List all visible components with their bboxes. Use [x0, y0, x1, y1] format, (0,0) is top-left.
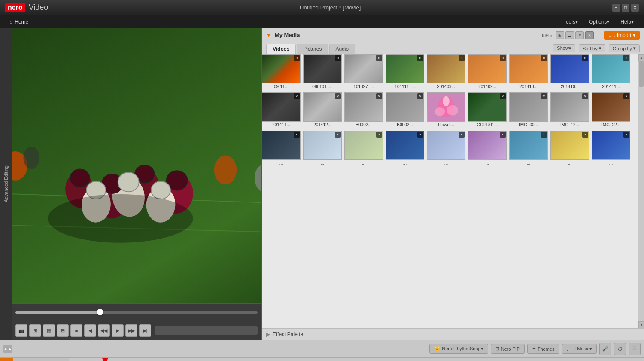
thumb-remove-13[interactable]: × [417, 93, 423, 99]
fit-music-btn[interactable]: ♪ Fit Music▾ [562, 344, 597, 354]
media-thumb-27[interactable]: × ... [592, 131, 630, 166]
media-thumb-21[interactable]: × ... [344, 131, 383, 166]
thumb-remove-21[interactable]: × [376, 132, 382, 138]
play-btn[interactable]: ▶ [112, 324, 124, 337]
options-menu[interactable]: Options▾ [584, 17, 614, 27]
media-thumb-2[interactable]: × 080101_... [303, 54, 342, 90]
mic-btn[interactable]: 🎤 [599, 343, 611, 355]
thumb-remove-17[interactable]: × [582, 93, 588, 99]
thumb-remove-24[interactable]: × [500, 132, 506, 138]
volume-slider[interactable] [155, 326, 258, 335]
thumb-remove-19[interactable]: × [294, 132, 300, 138]
next-frame-btn[interactable]: ▶▶ [125, 324, 137, 337]
rhythmsnap-btn[interactable]: 🐱 Nero RhythmSnap▾ [429, 344, 488, 354]
thumb-remove-26[interactable]: × [582, 132, 588, 138]
thumb-remove-6[interactable]: × [500, 55, 506, 61]
aspect-btn[interactable]: ⊞ [29, 324, 41, 337]
thumb-remove-22[interactable]: × [417, 132, 423, 138]
timer-btn[interactable]: ⏱ [614, 343, 626, 355]
media-thumb-22[interactable]: × ... [386, 131, 424, 166]
tab-videos[interactable]: Videos [266, 44, 296, 54]
tab-audio[interactable]: Audio [329, 44, 355, 54]
media-thumb-7[interactable]: × 201410... [509, 54, 548, 90]
media-thumb-16[interactable]: × IMG_00... [509, 92, 548, 128]
scrollbar-up-btn[interactable]: ▲ [638, 54, 644, 61]
stop-btn[interactable]: ■ [70, 324, 82, 337]
thumb-remove-10[interactable]: × [294, 93, 300, 99]
timeline-collapse-btn[interactable]: ▲▲ [3, 345, 12, 353]
thumb-remove-5[interactable]: × [459, 55, 465, 61]
media-thumb-9[interactable]: × 201411... [592, 54, 630, 90]
scrollbar-thumb[interactable] [639, 61, 644, 87]
media-thumb-24[interactable]: × ... [468, 131, 507, 166]
progress-bar[interactable] [15, 311, 258, 314]
thumb-remove-25[interactable]: × [541, 132, 547, 138]
prev-frame-btn[interactable]: ◀ [84, 324, 96, 337]
thumb-remove-18[interactable]: × [623, 93, 629, 99]
media-thumb-13[interactable]: × B0002... [386, 92, 424, 128]
show-btn[interactable]: Show▾ [553, 44, 575, 52]
media-thumb-12[interactable]: × B0002... [344, 92, 383, 128]
progress-thumb[interactable] [97, 309, 103, 315]
home-menu[interactable]: ⌂ Home [5, 17, 33, 27]
themes-btn[interactable]: ✦ Themes [527, 344, 559, 354]
media-thumb-17[interactable]: × IMG_12... [550, 92, 589, 128]
express-editing-sidebar[interactable]: Express Editing [0, 358, 13, 361]
thumb-remove-12[interactable]: × [376, 93, 382, 99]
prev-btn[interactable]: ◀◀ [98, 324, 110, 337]
view-grid-btn[interactable]: ⊞ [556, 31, 564, 39]
scrollbar-track[interactable] [638, 61, 644, 321]
import-button[interactable]: ↓ ↓ Import ▾ [604, 31, 640, 40]
media-thumb-3[interactable]: × 101027_... [344, 54, 383, 90]
media-thumb-26[interactable]: × ... [550, 131, 589, 166]
panel-collapse-arrow[interactable]: ▼ [266, 32, 271, 38]
ruler[interactable]: 2m45s 3m48s [69, 358, 644, 361]
media-thumb-20[interactable]: × ... [303, 131, 342, 166]
media-thumb-5[interactable]: × 201409... [427, 54, 465, 90]
grid-btn[interactable]: ⊞ [57, 324, 69, 337]
thumb-remove-2[interactable]: × [335, 55, 341, 61]
minimize-btn[interactable]: − [612, 4, 620, 12]
thumb-remove-23[interactable]: × [459, 132, 465, 138]
advanced-editing-sidebar[interactable]: Advanced Editing [0, 28, 12, 340]
help-menu[interactable]: Help▾ [615, 17, 639, 27]
scrollbar-down-btn[interactable]: ▼ [638, 321, 644, 328]
media-scrollbar[interactable]: ▲ ▼ [638, 54, 644, 328]
thumb-remove-16[interactable]: × [541, 93, 547, 99]
view-detail-btn[interactable]: ≡ [575, 31, 584, 39]
media-thumb-10[interactable]: × 201411... [262, 92, 301, 128]
thumb-remove-15[interactable]: × [500, 93, 506, 99]
media-thumb-25[interactable]: × ... [509, 131, 548, 166]
media-thumb-11[interactable]: × 201412... [303, 92, 342, 128]
thumb-remove-11[interactable]: × [335, 93, 341, 99]
group-btn[interactable]: Group by ▾ [609, 44, 640, 52]
effect-palette-arrow[interactable]: ▶ [266, 331, 270, 337]
tools-menu[interactable]: Tools▾ [558, 17, 583, 27]
sort-btn[interactable]: Sort by ▾ [579, 44, 605, 52]
media-thumb-1[interactable]: × 09-11... [262, 54, 301, 90]
thumb-remove-4[interactable]: × [417, 55, 423, 61]
media-thumb-4[interactable]: × 101111_... [386, 54, 424, 90]
close-btn[interactable]: × [631, 4, 639, 12]
thumb-remove-8[interactable]: × [582, 55, 588, 61]
window-controls[interactable]: − □ × [612, 4, 639, 12]
thumb-remove-9[interactable]: × [623, 55, 629, 61]
next-btn[interactable]: ▶| [139, 324, 151, 337]
thumb-remove-20[interactable]: × [335, 132, 341, 138]
thumb-remove-3[interactable]: × [376, 55, 382, 61]
view-list-btn[interactable]: ☰ [565, 31, 574, 39]
thumb-remove-27[interactable]: × [623, 132, 629, 138]
thumb-remove-7[interactable]: × [541, 55, 547, 61]
media-thumb-19[interactable]: × ... [262, 131, 301, 166]
layout-btn[interactable]: ▦ [43, 324, 55, 337]
panel-close-btn[interactable]: × [585, 31, 594, 39]
media-thumb-8[interactable]: × 201410... [550, 54, 589, 90]
media-thumb-14[interactable]: × Flower... [427, 92, 465, 128]
more-btn[interactable]: ☰ [629, 343, 641, 355]
media-thumb-23[interactable]: × ... [427, 131, 465, 166]
pip-btn[interactable]: ⊡ Nero PiP [491, 344, 525, 354]
media-thumb-15[interactable]: × GOPR01... [468, 92, 507, 128]
media-thumb-18[interactable]: × IMG_22... [592, 92, 630, 128]
thumb-remove-1[interactable]: × [294, 55, 300, 61]
tab-pictures[interactable]: Pictures [297, 44, 328, 54]
